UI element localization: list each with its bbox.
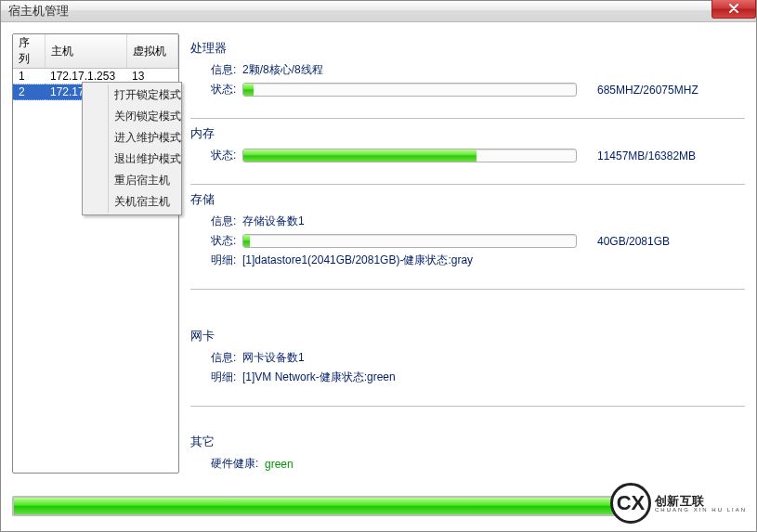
section-storage: 存储 信息: 存储设备数1 状态: 40GB/2081GB 明细:	[190, 185, 745, 290]
section-title: 网卡	[190, 329, 743, 344]
storage-state-text: 40GB/2081GB	[597, 235, 670, 248]
context-menu[interactable]: 打开锁定模式 关闭锁定模式 进入维护模式 退出维护模式 重启宿主机 关机宿主机	[82, 82, 182, 215]
menu-item-reboot[interactable]: 重启宿主机	[85, 170, 179, 191]
storage-progress-fill	[243, 235, 250, 247]
menu-item-lock-off[interactable]: 关闭锁定模式	[85, 106, 179, 127]
value-storage-info: 存储设备数1	[242, 214, 305, 229]
footer-progress-fill	[14, 498, 642, 514]
memory-progress	[242, 149, 577, 162]
section-title: 其它	[190, 435, 743, 450]
menu-item-lock-on[interactable]: 打开锁定模式	[85, 84, 179, 106]
col-host[interactable]: 主机	[45, 34, 126, 69]
label-detail: 明细:	[211, 370, 242, 385]
menu-item-maint-off[interactable]: 退出维护模式	[85, 149, 179, 170]
value-cpu-info: 2颗/8核心/8线程	[242, 62, 323, 78]
footer: CX 创新互联 CHUANG XIN HU LIAN	[1, 474, 756, 531]
value-hw: green	[265, 458, 294, 471]
value-nic-detail: [1]VM Network-健康状态:green	[242, 370, 396, 385]
section-nic: 网卡 信息: 网卡设备数1 明细: [1]VM Network-健康状态:gre…	[190, 290, 745, 407]
section-title: 内存	[190, 126, 743, 142]
close-icon	[728, 2, 739, 16]
footer-progress	[12, 496, 644, 516]
close-button[interactable]	[711, 0, 756, 19]
section-title: 存储	[190, 192, 743, 208]
memory-progress-fill	[243, 149, 476, 162]
logo-text: 创新互联	[655, 495, 747, 507]
logo-subtext: CHUANG XIN HU LIAN	[655, 507, 747, 513]
label-detail: 明细:	[211, 253, 242, 268]
label-state: 状态:	[211, 82, 242, 97]
titlebar[interactable]: 宿主机管理	[1, 1, 756, 22]
value-nic-info: 网卡设备数1	[242, 350, 305, 366]
label-state: 状态:	[211, 233, 242, 249]
window-title: 宿主机管理	[8, 3, 69, 19]
section-other: 其它 硬件健康: green	[190, 407, 745, 474]
cpu-progress	[242, 83, 577, 97]
label-hw: 硬件健康:	[211, 456, 265, 472]
logo-badge-icon: CX	[610, 483, 651, 524]
menu-item-shutdown[interactable]: 关机宿主机	[85, 191, 179, 213]
section-cpu: 处理器 信息: 2颗/8核心/8线程 状态: 685MHZ/26075MHZ	[190, 33, 745, 119]
details-panel: 处理器 信息: 2颗/8核心/8线程 状态: 685MHZ/26075MHZ	[190, 33, 745, 474]
memory-state-text: 11457MB/16382MB	[597, 149, 696, 162]
label-info: 信息:	[211, 214, 242, 229]
col-seq[interactable]: 序列	[13, 34, 45, 69]
host-manager-window: 宿主机管理 序列 主机 虚拟机 1 172.17.1.	[0, 0, 757, 532]
label-info: 信息:	[211, 350, 242, 366]
value-storage-detail: [1]datastore1(2041GB/2081GB)-健康状态:gray	[242, 253, 473, 268]
cpu-progress-fill	[243, 84, 254, 96]
label-state: 状态:	[211, 148, 242, 163]
label-info: 信息:	[211, 62, 242, 78]
storage-progress	[242, 234, 577, 248]
brand-logo: CX 创新互联 CHUANG XIN HU LIAN	[610, 483, 747, 524]
col-vm[interactable]: 虚拟机	[126, 34, 178, 69]
section-title: 处理器	[190, 41, 743, 57]
menu-item-maint-on[interactable]: 进入维护模式	[85, 127, 179, 149]
section-memory: 内存 状态: 11457MB/16382MB	[190, 119, 745, 185]
cpu-state-text: 685MHZ/26075MHZ	[597, 84, 698, 97]
